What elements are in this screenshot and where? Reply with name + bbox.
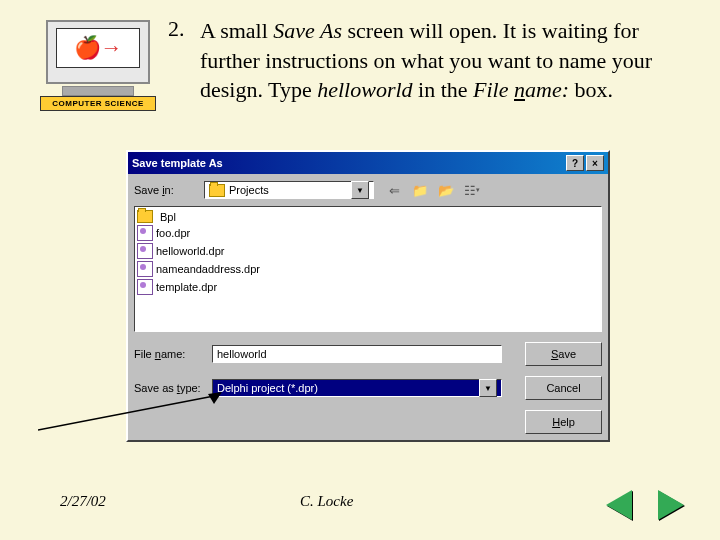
help-titlebar-button[interactable]: ? (566, 155, 584, 171)
file-icon (137, 225, 153, 241)
cancel-button[interactable]: Cancel (525, 376, 602, 400)
up-folder-icon[interactable]: 📁 (410, 180, 430, 200)
file-name-italic: File name: (473, 77, 569, 102)
folder-icon (209, 184, 225, 197)
file-name-label: File name: (134, 348, 204, 360)
dialog-title: Save template As (132, 157, 564, 169)
list-item[interactable]: foo.dpr (137, 224, 599, 242)
monitor-base (62, 86, 134, 96)
prev-slide-button[interactable] (606, 490, 646, 520)
file-icon (137, 261, 153, 277)
save-as-type-label: Save as type: (134, 382, 204, 394)
view-icon[interactable]: ☷▾ (462, 180, 482, 200)
step-number: 2. (168, 16, 185, 42)
file-icon (137, 243, 153, 259)
help-button[interactable]: Help (525, 410, 602, 434)
slide-nav (606, 490, 690, 520)
list-item[interactable]: nameandaddress.dpr (137, 260, 599, 278)
back-icon[interactable]: ⇐ (384, 180, 404, 200)
folder-icon (137, 210, 153, 223)
dialog-titlebar[interactable]: Save template As ? × (128, 152, 608, 174)
logo-label: COMPUTER SCIENCE (40, 96, 156, 111)
list-item[interactable]: Bpl (137, 209, 599, 224)
chevron-down-icon[interactable]: ▼ (479, 379, 497, 397)
file-name-input[interactable]: helloworld (212, 345, 502, 363)
new-folder-icon[interactable]: 📂 (436, 180, 456, 200)
next-slide-button[interactable] (650, 490, 690, 520)
dialog-toolbar: ⇐ 📁 📂 ☷▾ (384, 180, 482, 200)
monitor-screen: 🍎→ (56, 28, 140, 68)
footer-date: 2/27/02 (60, 493, 106, 510)
save-button[interactable]: Save (525, 342, 602, 366)
footer-author: C. Locke (300, 493, 353, 510)
save-in-label: Save in: (134, 184, 204, 196)
saveas-italic: Save As (273, 18, 342, 43)
helloworld-italic: helloworld (317, 77, 412, 102)
file-icon (137, 279, 153, 295)
save-in-value: Projects (229, 184, 269, 196)
save-in-combo[interactable]: Projects ▼ (204, 181, 374, 199)
file-list[interactable]: Bpl foo.dpr helloworld.dpr nameandaddres… (134, 206, 602, 332)
save-as-dialog: Save template As ? × Save in: Projects ▼… (126, 150, 610, 442)
save-as-type-combo[interactable]: Delphi project (*.dpr) ▼ (212, 379, 502, 397)
chevron-down-icon[interactable]: ▼ (351, 181, 369, 199)
monitor-icon: 🍎→ (46, 20, 150, 84)
computer-science-logo: 🍎→ COMPUTER SCIENCE (40, 20, 156, 110)
instruction-text: A small Save As screen will open. It is … (200, 16, 660, 105)
list-item[interactable]: helloworld.dpr (137, 242, 599, 260)
list-item[interactable]: template.dpr (137, 278, 599, 296)
close-button[interactable]: × (586, 155, 604, 171)
